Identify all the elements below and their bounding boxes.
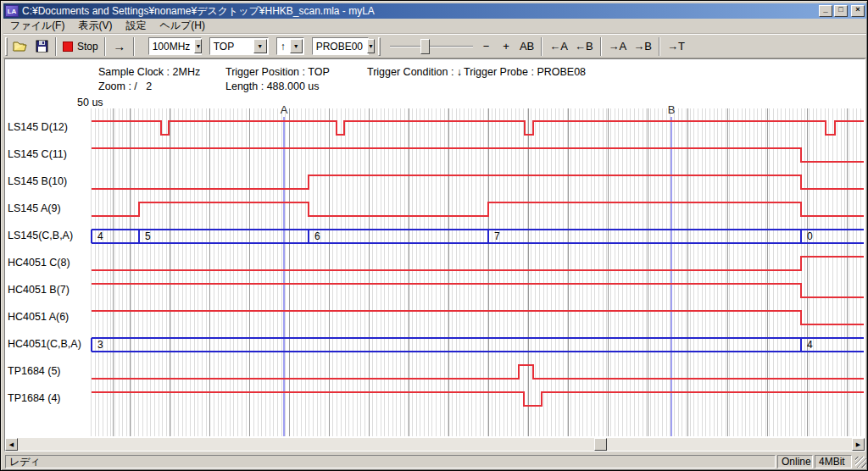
status-message: レディ (5, 455, 776, 468)
channel-label: LS145 A(9) (8, 202, 61, 214)
channel-label: LS145 C(11) (8, 148, 67, 160)
channel-label: TP1684 (5) (8, 365, 61, 377)
channel-label: LS145 D(12) (8, 121, 68, 133)
channel-label-panel: LS145 D(12)LS145 C(11)LS145 B(10)LS145 A… (1, 1, 868, 471)
horizontal-scrollbar[interactable]: ◀ ▶ (5, 438, 865, 451)
status-memory: 4MBit (815, 455, 852, 468)
channel-label: TP1684 (4) (8, 392, 61, 404)
channel-label: LS145 B(10) (8, 175, 67, 187)
resize-grip[interactable] (855, 457, 866, 468)
scrollbar-thumb[interactable] (594, 438, 607, 451)
status-bar: レディ Online 4MBit (3, 452, 866, 469)
app-window: LA C:¥Documents and Settings¥noname¥デスクト… (0, 0, 868, 471)
scroll-left-button[interactable]: ◀ (5, 438, 18, 451)
channel-label: HC4051 C(8) (8, 257, 70, 269)
channel-label: HC4051(C,B,A) (8, 338, 81, 350)
channel-label: HC4051 B(7) (8, 284, 70, 296)
scroll-right-button[interactable]: ▶ (852, 438, 865, 451)
channel-label: LS145(C,B,A) (8, 230, 73, 241)
channel-label: HC4051 A(6) (8, 311, 69, 323)
status-online: Online (777, 455, 813, 468)
